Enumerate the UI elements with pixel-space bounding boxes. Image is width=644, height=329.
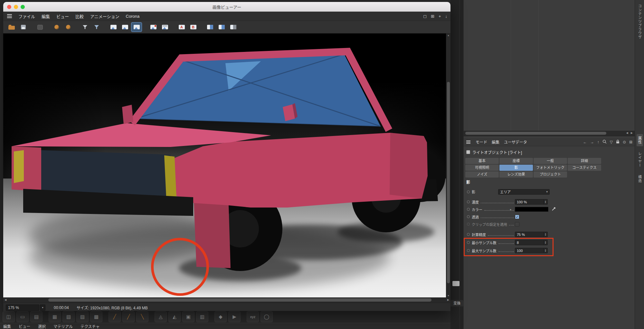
search-icon[interactable] — [602, 140, 607, 145]
c4d-tool-icon[interactable]: ▨ — [76, 311, 89, 322]
split-horizontal-icon[interactable] — [205, 23, 215, 32]
c4d-tool-icon[interactable]: ◬ — [155, 311, 167, 322]
tab-shadow[interactable]: 影 — [499, 165, 533, 171]
max-samples-field[interactable]: 100 ▲▼ — [515, 248, 548, 253]
window-titlebar[interactable]: 画像ビューアー — [3, 2, 450, 12]
compare-b-icon[interactable]: B — [188, 23, 198, 32]
stepper-icon[interactable]: ▲▼ — [543, 199, 547, 204]
compare-snapshot-icon[interactable] — [63, 23, 73, 32]
scroll-right-icon[interactable]: ▶ — [447, 298, 449, 301]
new-panel-icon[interactable]: ⊞ — [629, 140, 632, 144]
image-a-icon[interactable] — [148, 23, 158, 32]
c4d-tool-icon[interactable]: ◫ — [3, 311, 15, 322]
hamburger-icon[interactable] — [466, 142, 470, 142]
image-layers-icon[interactable] — [160, 23, 170, 32]
c4d-tool-icon[interactable]: ▶ — [228, 311, 241, 322]
scrollbar-arrows[interactable]: ◀ ▶ — [626, 131, 634, 134]
animation-dot-icon[interactable] — [467, 215, 470, 218]
hamburger-icon[interactable] — [7, 16, 12, 16]
open-file-icon[interactable] — [6, 23, 17, 32]
tab-caustics[interactable]: コースティクス — [568, 165, 601, 171]
menu-edit[interactable]: 編集 — [3, 324, 11, 329]
tab-basic[interactable]: 基本 — [465, 158, 499, 164]
color-swatch[interactable] — [515, 207, 548, 212]
menu-mode[interactable]: モード — [476, 139, 487, 145]
shadow-type-dropdown[interactable]: エリア ▾ — [498, 189, 550, 195]
c4d-tool-icon[interactable]: ▣ — [182, 311, 194, 322]
menu-select[interactable]: 選択 — [38, 324, 46, 329]
c4d-tool-icon[interactable]: ╲ — [136, 311, 148, 322]
c4d-tool-icon[interactable]: ▤ — [30, 311, 43, 322]
scroll-left-icon[interactable]: ◀ — [5, 298, 6, 301]
zoom-dropdown-button[interactable]: ▾ — [40, 305, 45, 311]
c4d-tool-icon[interactable]: ▭ — [16, 311, 29, 322]
lock-icon[interactable] — [616, 140, 620, 145]
c4d-tool-icon[interactable]: ╱ — [109, 311, 121, 322]
animation-dot-icon[interactable] — [467, 241, 470, 244]
c4d-tool-icon[interactable]: ▥ — [196, 311, 208, 322]
render-buffer-icon[interactable] — [35, 23, 45, 32]
density-field[interactable]: 100 % ▲▼ — [515, 199, 548, 205]
dock-tab-layers[interactable]: レイヤー — [637, 150, 643, 169]
eyedropper-icon[interactable] — [551, 207, 556, 212]
stepper-icon[interactable]: ▲▼ — [543, 232, 547, 237]
multi-view-icon[interactable] — [131, 23, 142, 32]
save-image-icon[interactable] — [18, 23, 28, 32]
swap-ab-icon[interactable] — [228, 23, 238, 32]
tab-general[interactable]: 一般 — [534, 158, 567, 164]
dock-tab-content-browser[interactable]: コンテンツブラウザ — [637, 2, 643, 41]
animation-dot-icon[interactable] — [467, 200, 470, 203]
expand-icon[interactable]: ▸ — [510, 208, 512, 211]
stepper-icon[interactable]: ▲▼ — [543, 240, 547, 245]
menu-edit[interactable]: 編集 — [492, 139, 499, 145]
single-view-icon[interactable] — [108, 23, 118, 32]
animation-dot-icon[interactable] — [467, 190, 470, 193]
accuracy-field[interactable]: 75 % ▲▼ — [515, 232, 548, 237]
dock-tab-structure[interactable]: 構造 — [637, 173, 643, 185]
c4d-tool-icon[interactable]: ◯ — [260, 311, 273, 322]
dock-panel-icon[interactable]: ⊞ — [431, 14, 434, 19]
history-forward-icon[interactable]: → — [590, 140, 594, 144]
menu-texture[interactable]: テクスチャ — [80, 324, 100, 329]
animation-dot-icon[interactable] — [467, 233, 470, 236]
filter-icon[interactable] — [80, 23, 90, 32]
zoom-window-icon[interactable] — [21, 5, 25, 9]
menu-animation[interactable]: アニメーション — [87, 13, 122, 19]
c4d-tool-icon[interactable]: ▩ — [90, 311, 102, 322]
tab-lens[interactable]: レンズ効果 — [499, 171, 533, 178]
animation-dot-icon[interactable] — [467, 208, 470, 211]
panel-horizontal-scrollbar[interactable]: ◀ ▶ — [464, 131, 635, 136]
scrollbar-thumb[interactable] — [447, 82, 450, 283]
compare-a-icon[interactable]: A — [176, 23, 187, 32]
menu-view[interactable]: ビュー — [19, 324, 30, 329]
tab-project[interactable]: プロジェクト — [534, 171, 567, 178]
tab-coordinates[interactable]: 座標 — [499, 158, 533, 164]
scrollbar-thumb[interactable] — [465, 132, 606, 135]
min-samples-field[interactable]: 8 ▲▼ — [515, 240, 548, 245]
c4d-tool-icon[interactable]: xyz — [247, 311, 259, 322]
split-vertical-icon[interactable] — [216, 23, 227, 32]
clip-settings-checkbox[interactable] — [515, 222, 519, 227]
zoom-field[interactable]: 175 % — [6, 305, 39, 311]
menu-userdata[interactable]: ユーザデータ — [504, 139, 527, 145]
dual-view-icon[interactable] — [120, 23, 130, 32]
menu-view[interactable]: ビュー — [53, 13, 72, 19]
menu-compare[interactable]: 比較 — [72, 13, 87, 19]
tab-details[interactable]: 詳細 — [568, 158, 601, 164]
horizontal-scrollbar[interactable]: ◀ ▶ — [3, 297, 450, 303]
snapshot-icon[interactable] — [52, 23, 62, 32]
filter-settings-icon[interactable] — [91, 23, 102, 32]
menu-edit[interactable]: 編集 — [38, 13, 53, 19]
track-icon[interactable]: ⊙ — [623, 140, 626, 144]
c4d-tool-icon[interactable]: ◭ — [168, 311, 181, 322]
scroll-down-icon[interactable]: ▼ — [446, 295, 450, 297]
menu-corona[interactable]: Corona — [123, 14, 143, 19]
close-window-icon[interactable] — [7, 5, 11, 9]
undock-panel-icon[interactable]: ↓ — [445, 14, 448, 19]
c4d-tool-icon[interactable]: ▧ — [62, 311, 75, 322]
parent-object-icon[interactable]: ↑ — [597, 140, 599, 144]
c4d-tool-icon[interactable]: ▦ — [49, 311, 61, 322]
panel-mode-icon[interactable]: ◻ — [423, 14, 427, 19]
c4d-tool-icon[interactable]: ╱ — [122, 311, 135, 322]
filter-icon[interactable]: ▽ — [610, 140, 613, 144]
